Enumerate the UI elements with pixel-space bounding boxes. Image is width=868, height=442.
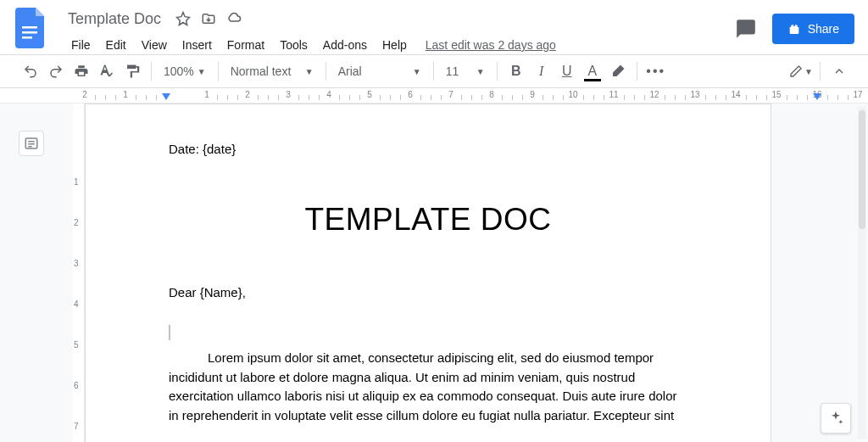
vertical-scrollbar[interactable]	[858, 107, 866, 439]
move-icon[interactable]	[200, 10, 217, 27]
docs-logo[interactable]	[14, 7, 47, 49]
zoom-dropdown[interactable]: 100%▼	[159, 59, 211, 83]
toolbar-separator	[151, 62, 152, 81]
text-cursor	[169, 325, 687, 340]
indent-marker-right[interactable]	[813, 93, 821, 100]
text-color-bar	[584, 79, 601, 81]
paint-format-button[interactable]	[120, 59, 144, 83]
share-button-label: Share	[808, 22, 839, 36]
chevron-down-icon: ▼	[804, 67, 813, 76]
svg-rect-0	[22, 26, 37, 29]
ruler-number: 13	[690, 90, 699, 99]
ruler-number: 10	[568, 90, 577, 99]
document-canvas: 1234567 Date: {date} TEMPLATE DOC Dear {…	[0, 104, 868, 442]
spellcheck-button[interactable]	[95, 59, 119, 83]
menubar: File Edit View Insert Format Tools Add-o…	[64, 32, 735, 58]
toolbar-separator	[820, 62, 821, 81]
toolbar-separator	[326, 62, 326, 81]
doc-date-line[interactable]: Date: {date}	[169, 142, 687, 156]
ruler-number: 15	[771, 90, 781, 99]
menu-file[interactable]: File	[64, 35, 97, 55]
redo-button[interactable]	[44, 59, 68, 83]
vruler-number: 7	[74, 422, 79, 431]
menu-insert[interactable]: Insert	[175, 35, 219, 55]
chevron-down-icon: ▼	[476, 67, 485, 76]
ruler-number: 17	[853, 90, 862, 99]
ruler-number: 12	[649, 90, 659, 99]
vruler-number: 2	[74, 218, 79, 227]
font-dropdown[interactable]: Arial▼	[333, 59, 426, 83]
ruler-number: 8	[489, 90, 494, 99]
scrollbar-thumb[interactable]	[859, 110, 865, 229]
italic-button[interactable]: I	[530, 59, 554, 83]
ruler-number: 14	[731, 90, 740, 99]
ruler-number: 7	[448, 90, 453, 99]
ruler-number: 6	[408, 90, 413, 99]
chevron-down-icon: ▼	[198, 67, 206, 76]
star-icon[interactable]	[175, 10, 192, 27]
vruler-number: 1	[74, 177, 79, 187]
font-size-dropdown[interactable]: 11▼	[441, 59, 490, 83]
toolbar-separator	[497, 62, 498, 81]
doc-body-paragraph[interactable]: Lorem ipsum dolor sit amet, consectetur …	[169, 349, 687, 425]
svg-rect-2	[22, 36, 32, 39]
vruler-number: 5	[74, 340, 79, 350]
editing-mode-button[interactable]: ▼	[789, 59, 813, 83]
ruler-number: 5	[367, 90, 372, 99]
highlight-button[interactable]	[606, 59, 630, 83]
ruler-number: 2	[245, 90, 250, 99]
vruler-number: 6	[74, 381, 79, 390]
collapse-toolbar-button[interactable]	[827, 59, 851, 83]
doc-greeting[interactable]: Dear {Name},	[169, 285, 687, 299]
chevron-down-icon: ▼	[305, 67, 314, 76]
toolbar-separator	[218, 62, 219, 81]
vruler-number: 4	[74, 299, 79, 309]
cloud-status-icon[interactable]	[225, 10, 242, 27]
indent-marker-left[interactable]	[162, 93, 170, 100]
more-toolbar-button[interactable]: •••	[644, 59, 668, 83]
print-button[interactable]	[70, 59, 93, 83]
paragraph-style-dropdown[interactable]: Normal text▼	[225, 59, 319, 83]
ruler-number: 1	[123, 90, 128, 99]
outline-toggle-button[interactable]	[19, 131, 44, 156]
menu-addons[interactable]: Add-ons	[316, 35, 374, 55]
ruler-number: 2	[82, 90, 87, 99]
doc-title-heading[interactable]: TEMPLATE DOC	[169, 202, 687, 238]
ruler-number: 9	[530, 90, 535, 99]
vertical-ruler[interactable]: 1234567	[73, 104, 85, 442]
document-title[interactable]: Template Doc	[64, 8, 164, 30]
ruler-number: 3	[286, 90, 291, 99]
comments-icon[interactable]	[735, 18, 757, 40]
menu-format[interactable]: Format	[220, 35, 271, 55]
vruler-number: 3	[74, 259, 79, 268]
text-color-button[interactable]: A	[581, 59, 604, 83]
document-page[interactable]: Date: {date} TEMPLATE DOC Dear {Name}, L…	[85, 104, 771, 442]
toolbar: 100%▼ Normal text▼ Arial▼ 11▼ B I U A ••…	[0, 54, 868, 88]
horizontal-ruler[interactable]: 21123456789101112131415161718	[0, 88, 868, 104]
ruler-number: 11	[609, 90, 618, 99]
menu-view[interactable]: View	[135, 35, 174, 55]
explore-button[interactable]	[821, 403, 851, 434]
menu-help[interactable]: Help	[376, 35, 414, 55]
menu-tools[interactable]: Tools	[273, 35, 314, 55]
chevron-down-icon: ▼	[413, 67, 421, 76]
underline-button[interactable]: U	[555, 59, 579, 83]
last-edit-link[interactable]: Last edit was 2 days ago	[426, 38, 556, 52]
app-header: Template Doc File Edit View Insert Forma…	[0, 0, 868, 54]
ruler-number: 4	[326, 90, 331, 99]
toolbar-separator	[433, 62, 434, 81]
undo-button[interactable]	[19, 59, 42, 83]
toolbar-separator	[637, 62, 637, 81]
ruler-number: 1	[204, 90, 209, 99]
bold-button[interactable]: B	[504, 59, 528, 83]
menu-edit[interactable]: Edit	[99, 35, 133, 55]
svg-rect-1	[22, 31, 37, 34]
share-button[interactable]: Share	[772, 14, 854, 44]
